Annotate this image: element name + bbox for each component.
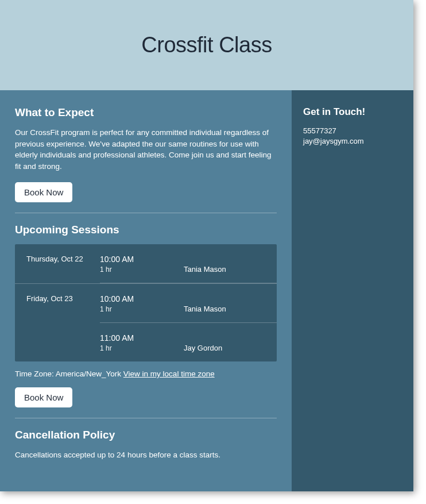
- what-to-expect-heading: What to Expect: [15, 106, 277, 119]
- session-instructor: Tania Mason: [184, 294, 226, 313]
- session-date: Thursday, Oct 22: [26, 244, 100, 283]
- session-duration: 1 hr: [100, 344, 184, 352]
- session-slot: 10:00 AM 1 hr Tania Mason: [100, 284, 277, 323]
- session-duration: 1 hr: [100, 266, 184, 274]
- timezone-row: Time Zone: America/New_York View in my l…: [15, 370, 277, 378]
- divider: [15, 418, 277, 418]
- cancellation-heading: Cancellation Policy: [15, 429, 277, 441]
- book-now-button-bottom[interactable]: Book Now: [15, 387, 72, 407]
- page-header: Crossfit Class: [0, 0, 413, 90]
- session-time: 10:00 AM: [100, 255, 184, 264]
- contact-email: jay@jaysgym.com: [303, 136, 402, 147]
- timezone-label: Time Zone: America/New_York: [15, 370, 121, 378]
- session-time: 10:00 AM: [100, 294, 184, 303]
- session-instructor: Tania Mason: [184, 255, 226, 274]
- main-content: What to Expect Our CrossFit program is p…: [0, 90, 292, 491]
- upcoming-sessions-heading: Upcoming Sessions: [15, 224, 277, 236]
- session-time: 11:00 AM: [100, 333, 184, 343]
- contact-phone: 55577327: [303, 126, 402, 136]
- session-row: Friday, Oct 23 10:00 AM 1 hr Tania Mason…: [15, 284, 277, 361]
- session-date: Friday, Oct 23: [26, 284, 100, 361]
- session-duration: 1 hr: [100, 305, 184, 313]
- session-slot: 11:00 AM 1 hr Jay Gordon: [100, 323, 277, 361]
- what-to-expect-description: Our CrossFit program is perfect for any …: [15, 127, 277, 172]
- sessions-table: Thursday, Oct 22 10:00 AM 1 hr Tania Mas…: [15, 244, 277, 361]
- contact-heading: Get in Touch!: [303, 106, 402, 118]
- timezone-link[interactable]: View in my local time zone: [123, 370, 215, 378]
- book-now-button-top[interactable]: Book Now: [15, 182, 72, 202]
- session-instructor: Jay Gordon: [184, 333, 222, 352]
- sidebar: Get in Touch! 55577327 jay@jaysgym.com: [292, 90, 413, 491]
- page-title: Crossfit Class: [141, 33, 272, 57]
- session-slot: 10:00 AM 1 hr Tania Mason: [100, 244, 277, 283]
- session-row: Thursday, Oct 22 10:00 AM 1 hr Tania Mas…: [15, 244, 277, 284]
- divider: [15, 213, 277, 213]
- cancellation-text: Cancellations accepted up to 24 hours be…: [15, 449, 277, 461]
